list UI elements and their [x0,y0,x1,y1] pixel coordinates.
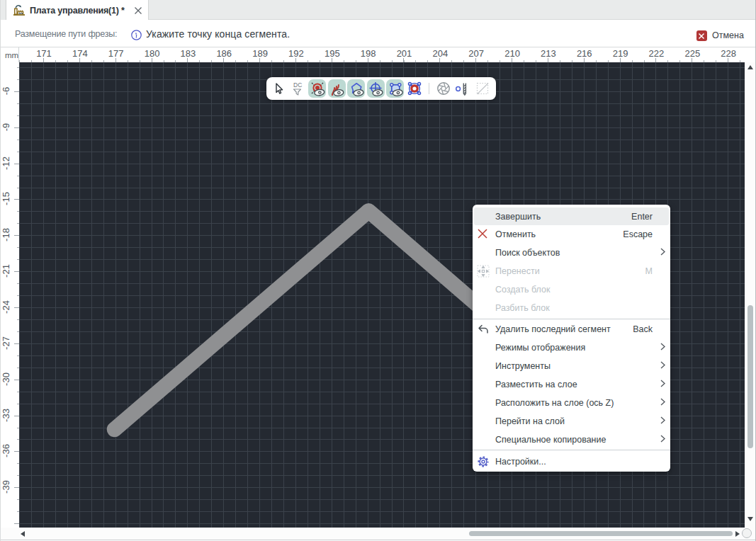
svg-text:DC: DC [293,81,302,89]
